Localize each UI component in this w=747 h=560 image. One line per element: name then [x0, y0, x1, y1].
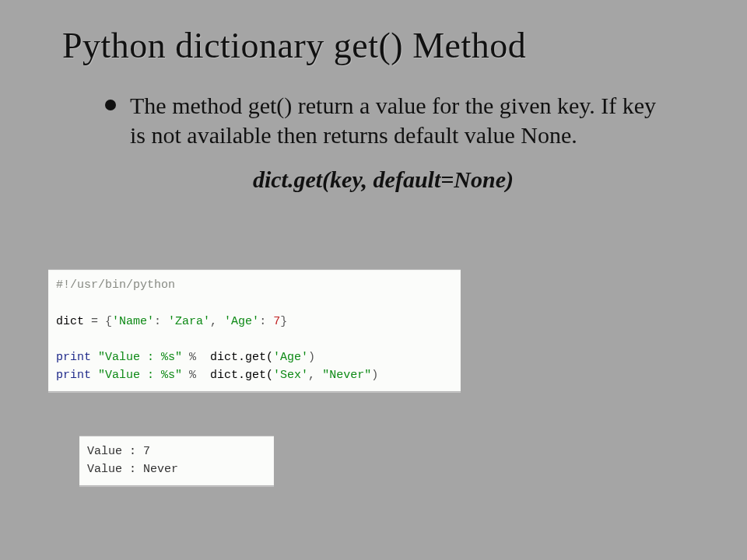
- code-token: [91, 351, 98, 364]
- code-token: "Never": [322, 369, 371, 382]
- code-line-5: print "Value : %s" % dict.get('Age'): [56, 348, 453, 366]
- slide-title: Python dictionary get() Method: [0, 0, 747, 75]
- code-token: 'Age': [273, 351, 308, 364]
- code-token: %: [182, 351, 203, 364]
- code-example-box: #!/usr/bin/python dict = {'Name': 'Zara'…: [48, 269, 461, 392]
- code-token: :: [259, 315, 273, 328]
- code-token: dict: [56, 315, 91, 328]
- output-line-2: Value : Never: [87, 460, 266, 478]
- code-token: 'Age': [224, 315, 259, 328]
- method-signature: dict.get(key, default=None): [74, 166, 693, 193]
- code-token: [91, 369, 98, 382]
- code-token: 'Name': [112, 315, 154, 328]
- bullet-icon: [105, 100, 116, 110]
- output-box: Value : 7 Value : Never: [79, 436, 274, 486]
- code-token: ,: [210, 315, 224, 328]
- bullet-text: The method get() return a value for the …: [130, 91, 659, 151]
- code-shebang: #!/usr/bin/python: [56, 278, 175, 292]
- code-line-blank-1: [56, 294, 453, 312]
- code-token: dict.get(: [203, 351, 273, 364]
- code-token: }: [280, 315, 287, 328]
- code-token: dict.get(: [203, 369, 273, 382]
- code-token: {: [98, 315, 112, 328]
- bullet-item: The method get() return a value for the …: [105, 91, 693, 151]
- output-line-1: Value : 7: [87, 443, 266, 460]
- code-token: =: [91, 315, 98, 328]
- code-line-blank-2: [56, 331, 453, 348]
- code-line-6: print "Value : %s" % dict.get('Sex', "Ne…: [56, 366, 453, 384]
- code-token: 7: [273, 315, 280, 328]
- code-token: :: [154, 315, 168, 328]
- code-token: 'Zara': [168, 315, 210, 328]
- code-token: 'Sex': [273, 369, 308, 382]
- code-token: print: [56, 351, 91, 364]
- code-line-3: dict = {'Name': 'Zara', 'Age': 7}: [56, 313, 453, 331]
- code-token: ): [308, 351, 315, 364]
- code-token: "Value : %s": [98, 369, 182, 382]
- code-token: "Value : %s": [98, 351, 182, 364]
- code-token: ): [371, 369, 378, 382]
- body-content: The method get() return a value for the …: [105, 91, 693, 193]
- code-token: print: [56, 369, 91, 382]
- code-line-1: #!/usr/bin/python: [56, 276, 453, 294]
- code-token: ,: [308, 369, 322, 382]
- code-token: %: [182, 369, 203, 382]
